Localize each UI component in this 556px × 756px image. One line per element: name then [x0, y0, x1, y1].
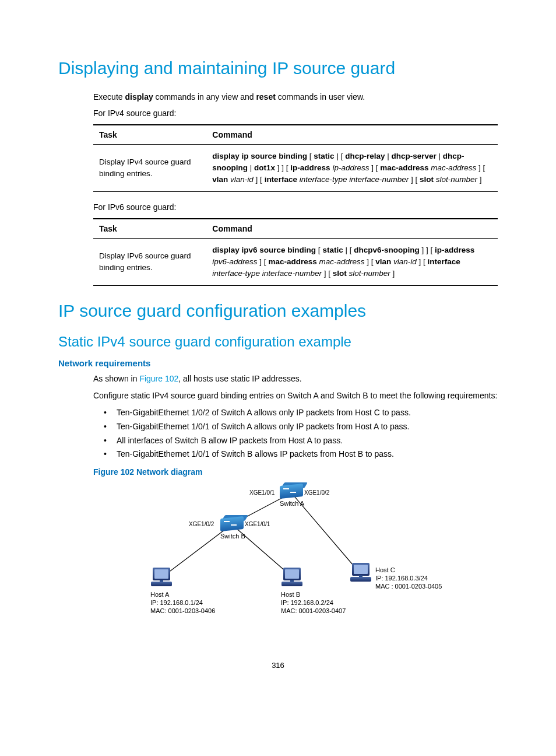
ipv6-table: Task Command Display IPv6 source guard b…: [93, 218, 498, 286]
heading-examples: IP source guard configuration examples: [58, 301, 498, 321]
t: interface: [428, 257, 460, 266]
list-item: Ten-GigabitEthernet 1/0/1 of Switch B al…: [93, 447, 498, 461]
t: static: [314, 152, 334, 160]
t: ] [: [417, 257, 428, 266]
t: vlan: [212, 175, 228, 184]
t: ip-address: [290, 163, 330, 172]
t: dot1x: [254, 163, 275, 172]
t: ip-address: [330, 163, 370, 172]
t: interface-type interface-number: [212, 269, 322, 278]
t: dhcpv6-snooping: [354, 246, 420, 254]
list-item: Ten-GigabitEthernet 1/0/2 of Switch A al…: [93, 406, 498, 420]
t: slot-number: [347, 269, 390, 278]
intro-para: Execute display commands in any view and…: [93, 91, 498, 103]
figure-link[interactable]: Figure 102: [139, 374, 178, 383]
switch-icon: [280, 482, 303, 499]
t: ]: [477, 175, 482, 184]
port-label: XGE1/0/1: [249, 489, 275, 496]
t: | [: [343, 246, 354, 254]
figure-caption: Figure 102 Network diagram: [93, 467, 498, 477]
t: commands in any view and: [153, 92, 256, 102]
host-b-label: Host B IP: 192.168.0.2/24 MAC: 0001-0203…: [281, 591, 346, 615]
t: ] [: [409, 175, 420, 184]
table-row: Display IPv6 source guard binding entrie…: [93, 238, 498, 286]
t: MAC: 0001-0203-0406: [150, 607, 215, 615]
heading-displaying: Displaying and maintaining IP source gua…: [58, 58, 498, 78]
t: MAC: 0001-0203-0407: [281, 607, 346, 615]
host-icon: [150, 568, 173, 589]
t: commands in user view.: [276, 92, 365, 102]
t: ip-address: [435, 246, 474, 254]
for-ipv4: For IPv4 source guard:: [93, 107, 498, 119]
t: ipv6-address: [212, 257, 257, 266]
t: Host C: [375, 566, 442, 575]
t: ]: [390, 269, 395, 278]
t: As shown in: [93, 374, 139, 383]
t: ] [: [364, 257, 375, 266]
th-command: Command: [206, 125, 498, 145]
t: IP: 192.168.0.1/24: [150, 599, 215, 607]
t: ] [: [369, 163, 380, 172]
t: ] [: [254, 175, 265, 184]
t: |: [248, 163, 254, 172]
switch-icon: [220, 515, 244, 531]
t: mac-address: [380, 163, 428, 172]
th-task: Task: [93, 125, 206, 145]
t: slot: [420, 175, 434, 184]
t: Execute: [93, 92, 125, 102]
list-item: Ten-GigabitEthernet 1/0/1 of Switch A al…: [93, 420, 498, 434]
host-icon: [350, 563, 372, 584]
th-command: Command: [206, 219, 498, 239]
ipv4-table: Task Command Display IPv4 source guard b…: [93, 124, 498, 192]
task-cell: Display IPv6 source guard binding entrie…: [93, 238, 206, 286]
t: interface: [265, 175, 297, 184]
list-item: All interfaces of Switch B allow IP pack…: [93, 434, 498, 448]
t: display ipv6 source binding: [212, 246, 316, 254]
switch-b-label: Switch B: [220, 533, 245, 541]
t: IP: 192.168.0.2/24: [281, 599, 346, 607]
command-cell: display ip source binding [ static | [ d…: [206, 144, 498, 192]
t: vlan-id: [391, 257, 417, 266]
t: dhcp-server: [391, 152, 436, 160]
switch-a-label: Switch A: [280, 500, 304, 508]
host-icon: [281, 568, 303, 589]
task-cell: Display IPv4 source guard binding entrie…: [93, 144, 206, 192]
network-diagram: Switch A XGE1/0/1 XGE1/0/2 Switch B XGE1…: [117, 480, 443, 626]
page-number: 316: [58, 661, 498, 670]
t: ] ] [: [420, 246, 435, 254]
host-c-label: Host C IP: 192.168.0.3/24 MAC : 0001-020…: [375, 566, 442, 590]
port-label: XGE1/0/2: [304, 489, 329, 496]
table-row: Display IPv4 source guard binding entrie…: [93, 144, 498, 192]
t: Host A: [150, 591, 215, 599]
command-cell: display ipv6 source binding [ static | […: [206, 238, 498, 286]
t: [: [307, 152, 314, 160]
t: | [: [335, 152, 346, 160]
th-task: Task: [93, 219, 206, 239]
t: vlan: [375, 257, 391, 266]
t: reset: [256, 92, 275, 102]
t: , all hosts use static IP addresses.: [178, 374, 301, 383]
t: slot: [333, 269, 347, 278]
t: vlan-id: [228, 175, 254, 184]
for-ipv6: For IPv6 source guard:: [93, 201, 498, 213]
t: interface-type interface-number: [297, 175, 409, 184]
t: ] [: [322, 269, 333, 278]
t: slot-number: [434, 175, 477, 184]
req-intro: As shown in Figure 102, all hosts use st…: [93, 373, 498, 384]
t: display: [125, 92, 153, 102]
host-a-label: Host A IP: 192.168.0.1/24 MAC: 0001-0203…: [150, 591, 215, 615]
req-para2: Configure static IPv4 source guard bindi…: [93, 390, 498, 401]
t: ] ] [: [275, 163, 290, 172]
t: static: [322, 246, 343, 254]
heading-static-ipv4: Static IPv4 source guard configuration e…: [58, 334, 498, 350]
t: |: [385, 152, 391, 160]
t: IP: 192.168.0.3/24: [375, 575, 442, 583]
t: ] [: [258, 257, 269, 266]
t: mac-address: [429, 163, 477, 172]
t: mac-address: [268, 257, 316, 266]
requirements-list: Ten-GigabitEthernet 1/0/2 of Switch A al…: [93, 406, 498, 461]
heading-network-req: Network requirements: [58, 358, 498, 368]
t: mac-address: [317, 257, 365, 266]
t: Host B: [281, 591, 346, 599]
t: display ip source binding: [212, 152, 307, 160]
